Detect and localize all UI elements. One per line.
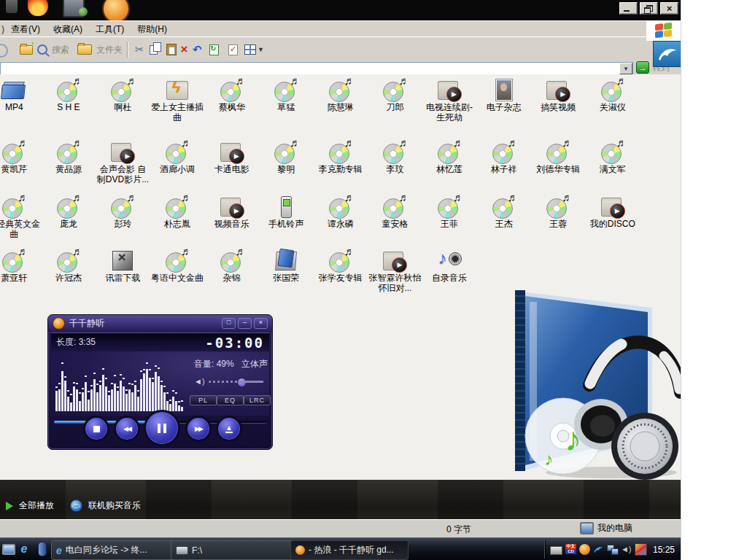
file-item[interactable]: 张学友专辑 <box>314 248 368 309</box>
player-close-button[interactable]: × <box>254 318 268 329</box>
checklist-button[interactable] <box>228 42 238 58</box>
file-item[interactable]: 萧亚轩 <box>0 248 42 309</box>
file-item[interactable]: 讯雷下载 <box>96 248 150 309</box>
keyboard-icon[interactable] <box>550 546 562 555</box>
folders-button[interactable]: 文件夹 <box>75 42 123 58</box>
pause-button[interactable] <box>144 410 180 446</box>
xunlei-tray-icon[interactable] <box>593 544 604 555</box>
player-maximize-button[interactable]: □ <box>222 318 236 329</box>
file-item[interactable]: 美经典英文金曲 <box>0 194 42 248</box>
menu-item[interactable]: 帮助(H) <box>131 23 174 36</box>
volume-slider[interactable] <box>209 381 263 383</box>
file-item[interactable]: 谭永磷 <box>314 194 368 248</box>
file-item[interactable]: 电子杂志 <box>476 77 531 139</box>
taskbar-button[interactable]: F:\ <box>171 540 295 560</box>
file-item[interactable]: 杂锦 <box>204 248 259 309</box>
stop-button[interactable] <box>83 416 109 442</box>
menu-item[interactable]: 查看(V) <box>4 23 47 36</box>
address-input[interactable]: ▼ <box>0 62 633 75</box>
show-desktop-icon[interactable] <box>2 542 15 556</box>
file-item[interactable]: 我的DISCO <box>586 194 640 248</box>
copy-button[interactable] <box>149 42 162 58</box>
rewind-button[interactable]: ◀◀ <box>114 416 140 442</box>
volume-knob[interactable] <box>237 378 247 387</box>
file-item[interactable]: 李玟 <box>368 139 422 194</box>
cut-button[interactable]: ✂ <box>135 42 144 58</box>
player-title-bar[interactable]: 千千静听 □ – × <box>48 315 272 332</box>
file-item[interactable]: 刘德华专辑 <box>531 139 586 194</box>
file-item[interactable]: 李克勤专辑 <box>314 139 368 194</box>
undo-button[interactable]: ↷ <box>193 42 202 58</box>
file-item[interactable]: 啊杜 <box>96 77 150 139</box>
views-button[interactable]: ▼ <box>244 42 264 58</box>
refresh-button[interactable] <box>209 42 219 58</box>
file-item[interactable]: 酒廊小调 <box>150 139 205 194</box>
player-tab-pl[interactable]: PL <box>190 395 217 405</box>
file-item[interactable]: 王杰 <box>476 194 531 248</box>
buy-music-link[interactable]: 联机购买音乐 <box>88 499 141 512</box>
file-item[interactable]: 朴志胤 <box>150 194 205 248</box>
flame-icon[interactable] <box>28 0 48 16</box>
file-item[interactable]: 刀郎 <box>368 77 422 139</box>
xunlei-swallow-icon[interactable] <box>653 41 681 67</box>
eject-button[interactable] <box>216 416 242 442</box>
file-item[interactable]: 卡通电影 <box>204 139 259 194</box>
chinese-cd-icon[interactable]: 中文CD <box>565 544 576 555</box>
file-item[interactable]: 庞龙 <box>42 194 96 248</box>
partial-back-icon[interactable] <box>0 44 8 58</box>
file-item[interactable]: S H E <box>42 77 96 139</box>
file-item[interactable]: 彭玲 <box>96 194 150 248</box>
close-button[interactable] <box>660 2 678 15</box>
player-tab-eq[interactable]: EQ <box>217 395 244 405</box>
file-item[interactable]: 张智霖许秋怡怀旧对... <box>368 248 422 309</box>
file-item[interactable]: 王蓉 <box>531 194 586 248</box>
search-button[interactable]: 搜索 <box>35 42 69 58</box>
network-tray-icon[interactable] <box>607 544 618 555</box>
orange-logo-icon[interactable] <box>102 0 130 20</box>
up-folder-button[interactable]: ↑ <box>20 42 33 58</box>
internet-explorer-icon[interactable]: e <box>18 542 31 556</box>
file-item[interactable]: 童安格 <box>368 194 422 248</box>
file-item[interactable]: 草猛 <box>259 77 314 139</box>
partial-desktop-icon[interactable] <box>6 0 18 13</box>
player-tab-lrc[interactable]: LRC <box>244 395 271 405</box>
paste-button[interactable] <box>166 42 177 58</box>
file-item[interactable]: 自录音乐 <box>422 248 477 309</box>
file-item[interactable]: 关淑仪 <box>586 77 640 139</box>
forward-button[interactable]: ▶▶ <box>185 416 212 442</box>
computer-globe-icon[interactable] <box>63 0 85 18</box>
address-dropdown-button[interactable]: ▼ <box>619 63 632 74</box>
file-item[interactable]: 林子祥 <box>476 139 531 194</box>
delete-button[interactable]: × <box>181 42 188 58</box>
menu-item[interactable]: 收藏(A) <box>47 23 89 36</box>
file-item[interactable]: 粤语中文金曲 <box>150 248 205 309</box>
file-item[interactable]: 爱上女主播插曲 <box>150 77 205 139</box>
file-item[interactable]: 满文军 <box>586 139 640 194</box>
menu-item[interactable]: 工具(T) <box>89 23 131 36</box>
file-item[interactable]: 搞笑视频 <box>531 77 586 139</box>
file-item[interactable]: 视频音乐 <box>204 194 259 248</box>
restore-button[interactable] <box>640 2 658 15</box>
file-item[interactable]: 王菲 <box>422 194 477 248</box>
file-item[interactable]: 张国荣 <box>259 248 314 309</box>
file-item[interactable]: 黄凯芹 <box>0 139 42 194</box>
play-all-link[interactable]: 全部播放 <box>19 499 54 512</box>
file-item[interactable]: 手机铃声 <box>259 194 314 248</box>
file-item[interactable]: 黄品源 <box>42 139 96 194</box>
file-item[interactable]: 许冠杰 <box>42 248 96 309</box>
player-minimize-button[interactable]: – <box>238 318 252 329</box>
volume-tray-icon[interactable]: ◄) <box>621 544 632 555</box>
file-item[interactable]: 黎明 <box>259 139 314 194</box>
minimize-button[interactable] <box>619 2 638 15</box>
no-signal-tray-icon[interactable] <box>635 543 647 556</box>
file-item[interactable]: 陈慧琳 <box>314 77 368 139</box>
speaker-icon[interactable]: ◄) <box>194 377 205 386</box>
ttplayer-tray-icon[interactable] <box>579 544 590 555</box>
file-item[interactable]: MP4 <box>0 77 42 139</box>
media-strip[interactable] <box>38 542 47 556</box>
file-item[interactable]: 蔡枫华 <box>204 77 259 139</box>
taskbar-button[interactable]: e电白同乡论坛 -> 终... <box>51 540 177 560</box>
file-item[interactable]: 林忆莲 <box>422 139 477 194</box>
file-item[interactable]: 会声会影 自制DVD影片... <box>96 139 150 194</box>
file-item[interactable]: 电视连续剧-生死劫 <box>422 77 477 139</box>
